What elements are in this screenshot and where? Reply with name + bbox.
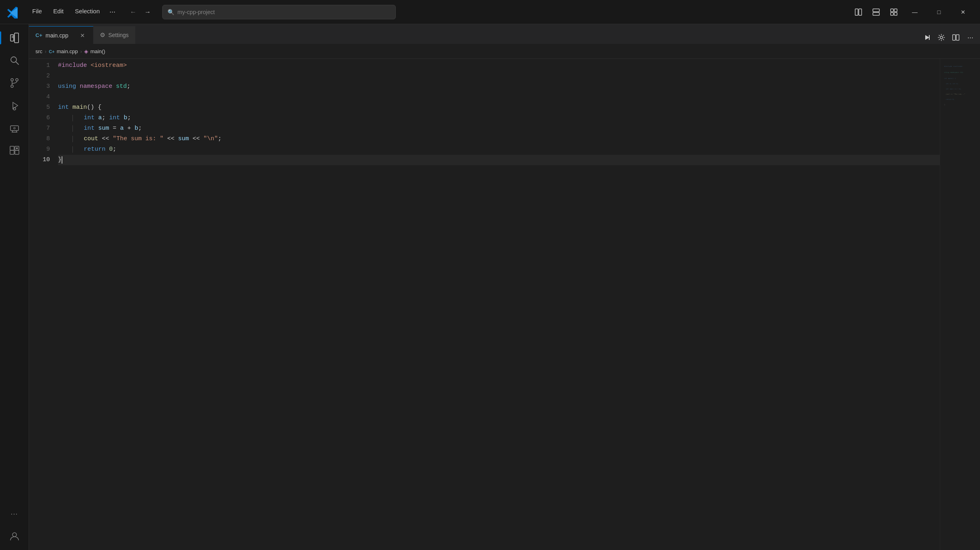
search-icon: 🔍 <box>167 9 174 15</box>
tab-bar-actions: ··· <box>920 31 980 44</box>
layout-icon-1[interactable] <box>851 5 866 19</box>
maximize-button[interactable]: □ <box>928 5 949 19</box>
tab-settings[interactable]: ⚙ Settings <box>93 26 136 44</box>
tab-close-button[interactable]: ✕ <box>79 31 87 39</box>
back-button[interactable]: ← <box>127 6 140 19</box>
minimap: #include <iostream> using namespace std;… <box>940 59 980 550</box>
line-num-8: 8 <box>29 134 53 144</box>
editor-area: C+ main.cpp ✕ ⚙ Settings <box>29 24 980 550</box>
svg-point-15 <box>11 79 13 81</box>
activity-account[interactable] <box>4 526 25 547</box>
tab-settings-icon: ⚙ <box>100 31 105 39</box>
search-text: my-cpp-project <box>178 9 215 15</box>
line-num-3: 3 <box>29 81 53 92</box>
line-num-6: 6 <box>29 113 53 123</box>
code-line-2 <box>58 71 940 81</box>
settings-gear-button[interactable] <box>935 31 948 44</box>
code-line-1: #include <iostream> <box>58 60 940 71</box>
minimize-button[interactable]: — <box>904 5 925 19</box>
breadcrumb-sep-2: › <box>80 49 82 54</box>
code-editor[interactable]: 1 2 3 4 5 6 7 8 9 10 #include <iostream> <box>29 59 980 550</box>
breadcrumb-file-icon: C+ <box>49 49 54 54</box>
run-split-button[interactable] <box>920 31 933 44</box>
selection-menu[interactable]: Selection <box>70 6 105 18</box>
titlebar: File Edit Selection ··· ← → 🔍 my-cpp-pro… <box>0 0 980 24</box>
main-layout: ··· C+ main.cpp ✕ ⚙ Settings <box>0 24 980 550</box>
svg-rect-5 <box>894 9 897 12</box>
svg-point-32 <box>940 36 943 39</box>
svg-text:using namespace std;: using namespace std; <box>944 71 963 73</box>
svg-marker-30 <box>925 35 929 40</box>
svg-rect-8 <box>10 35 14 41</box>
line-num-4: 4 <box>29 92 53 102</box>
activity-explorer[interactable] <box>4 27 25 48</box>
close-button[interactable]: ✕ <box>953 5 974 19</box>
more-menu[interactable]: ··· <box>106 6 119 18</box>
breadcrumb-func[interactable]: ◈ main() <box>84 48 105 54</box>
svg-rect-0 <box>855 9 858 15</box>
breadcrumb-file-name: main.cpp <box>57 48 78 54</box>
svg-rect-28 <box>16 147 18 149</box>
nav-buttons: ← → <box>127 6 154 19</box>
svg-text:#include <iostream>: #include <iostream> <box>944 65 963 67</box>
window-controls: — □ ✕ <box>851 5 974 19</box>
code-line-5: int main() { <box>58 102 940 113</box>
code-line-6: int a; int b; <box>58 113 940 123</box>
activity-remote-explorer[interactable] <box>4 118 25 139</box>
code-line-8: cout << "The sum is: " << sum << "\n"; <box>58 134 940 144</box>
svg-point-23 <box>14 127 15 129</box>
code-line-10: } <box>58 155 940 165</box>
svg-rect-2 <box>873 9 879 12</box>
tab-main-cpp-label: main.cpp <box>45 32 68 39</box>
line-num-5: 5 <box>29 102 53 113</box>
tab-bar: C+ main.cpp ✕ ⚙ Settings <box>29 24 980 44</box>
line-num-7: 7 <box>29 123 53 134</box>
svg-text:cout << "The sum...": cout << "The sum..." <box>946 93 965 95</box>
activity-search[interactable] <box>4 50 25 71</box>
svg-rect-34 <box>956 35 959 40</box>
svg-text:int a; int b;: int a; int b; <box>946 83 958 85</box>
line-numbers: 1 2 3 4 5 6 7 8 9 10 <box>29 59 58 550</box>
tab-main-cpp[interactable]: C+ main.cpp ✕ <box>29 26 93 44</box>
code-line-4 <box>58 92 940 102</box>
svg-rect-25 <box>15 150 19 154</box>
tab-cpp-icon: C+ <box>35 32 42 38</box>
code-line-7: int sum = a + b; <box>58 123 940 134</box>
breadcrumb-src[interactable]: src <box>35 48 42 54</box>
code-content[interactable]: #include <iostream> using namespace std;… <box>58 59 940 550</box>
activity-extensions[interactable] <box>4 140 25 161</box>
svg-rect-1 <box>859 9 862 15</box>
line-num-10: 10 <box>29 155 53 165</box>
svg-rect-9 <box>14 33 19 43</box>
tab-settings-label: Settings <box>108 32 129 38</box>
line-num-9: 9 <box>29 144 53 155</box>
forward-button[interactable]: → <box>141 6 154 19</box>
svg-rect-24 <box>10 150 14 154</box>
vscode-logo-icon <box>6 6 19 19</box>
layout-icon-2[interactable] <box>869 5 883 19</box>
activity-more[interactable]: ··· <box>4 503 25 524</box>
code-line-3: using namespace std; <box>58 81 940 92</box>
search-bar[interactable]: 🔍 my-cpp-project <box>162 5 396 19</box>
line-num-1: 1 <box>29 60 53 71</box>
code-line-9: return 0; <box>58 144 940 155</box>
line-num-2: 2 <box>29 71 53 81</box>
breadcrumb-func-icon: ◈ <box>84 48 88 54</box>
svg-rect-26 <box>10 146 14 150</box>
activity-run-debug[interactable] <box>4 95 25 116</box>
svg-rect-3 <box>873 12 879 15</box>
svg-rect-4 <box>891 9 893 12</box>
svg-line-13 <box>16 62 19 64</box>
layout-icon-3[interactable] <box>887 5 901 19</box>
activity-source-control[interactable] <box>4 73 25 93</box>
svg-text:int sum = a + b;: int sum = a + b; <box>946 88 961 90</box>
split-editor-button[interactable] <box>949 31 962 44</box>
file-menu[interactable]: File <box>27 6 47 18</box>
more-actions-button[interactable]: ··· <box>964 31 977 44</box>
breadcrumb-sep-1: › <box>45 49 46 54</box>
activity-bar-bottom: ··· <box>4 503 25 547</box>
svg-text:}: } <box>944 104 945 106</box>
menu-bar: File Edit Selection ··· <box>27 6 119 18</box>
breadcrumb-file[interactable]: C+ main.cpp <box>49 48 78 54</box>
edit-menu[interactable]: Edit <box>48 6 68 18</box>
